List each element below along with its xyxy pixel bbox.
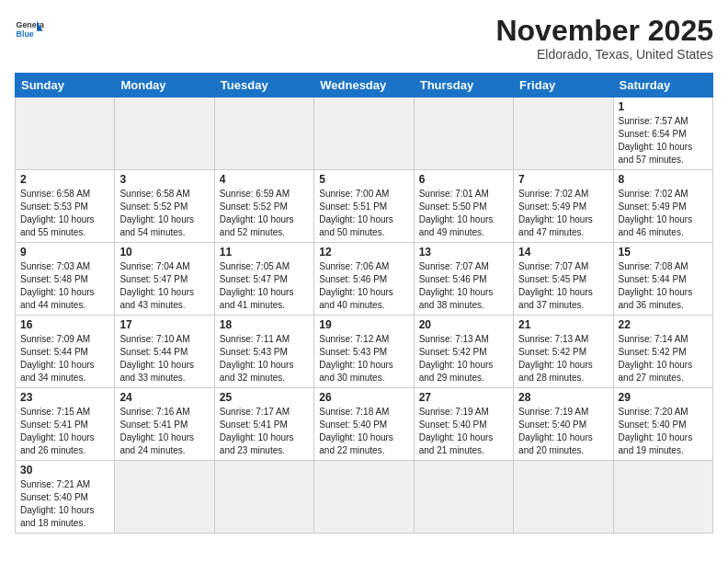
calendar-week-3: 9Sunrise: 7:03 AMSunset: 5:48 PMDaylight… [16,243,713,316]
calendar-cell: 13Sunrise: 7:07 AMSunset: 5:46 PMDayligh… [414,243,513,316]
day-number: 23 [20,391,109,404]
calendar-cell [115,461,214,534]
calendar-cell: 21Sunrise: 7:13 AMSunset: 5:42 PMDayligh… [514,316,613,388]
header: General Blue November 2025 Eldorado, Tex… [15,15,713,62]
col-header-monday: Monday [115,74,214,98]
calendar-cell: 9Sunrise: 7:03 AMSunset: 5:48 PMDaylight… [16,243,115,316]
logo: General Blue [15,15,44,44]
calendar-cell [414,461,513,534]
calendar-cell [514,98,613,170]
calendar-header-row: SundayMondayTuesdayWednesdayThursdayFrid… [16,74,713,98]
day-number: 14 [518,246,608,259]
day-info: Sunrise: 7:17 AMSunset: 5:41 PMDaylight:… [220,406,309,457]
day-info: Sunrise: 7:09 AMSunset: 5:44 PMDaylight:… [20,333,109,385]
calendar: SundayMondayTuesdayWednesdayThursdayFrid… [15,73,713,534]
calendar-week-1: 1Sunrise: 7:57 AMSunset: 6:54 PMDaylight… [16,98,713,170]
calendar-cell: 17Sunrise: 7:10 AMSunset: 5:44 PMDayligh… [115,316,214,388]
calendar-cell: 25Sunrise: 7:17 AMSunset: 5:41 PMDayligh… [214,388,313,461]
day-info: Sunrise: 7:18 AMSunset: 5:40 PMDaylight:… [319,406,408,457]
day-info: Sunrise: 7:13 AMSunset: 5:42 PMDaylight:… [518,333,608,385]
calendar-cell [514,461,613,534]
calendar-cell [414,98,513,170]
day-info: Sunrise: 7:06 AMSunset: 5:46 PMDaylight:… [319,260,408,312]
calendar-cell [314,98,414,170]
day-info: Sunrise: 7:10 AMSunset: 5:44 PMDaylight:… [119,333,209,385]
day-number: 22 [619,318,708,331]
day-info: Sunrise: 7:12 AMSunset: 5:43 PMDaylight:… [319,333,408,385]
day-number: 25 [220,391,309,404]
calendar-cell: 27Sunrise: 7:19 AMSunset: 5:40 PMDayligh… [414,388,513,461]
calendar-cell: 26Sunrise: 7:18 AMSunset: 5:40 PMDayligh… [314,388,414,461]
day-number: 19 [319,318,408,331]
calendar-cell: 12Sunrise: 7:06 AMSunset: 5:46 PMDayligh… [314,243,414,316]
col-header-sunday: Sunday [16,74,115,98]
day-number: 2 [20,173,109,186]
calendar-cell: 16Sunrise: 7:09 AMSunset: 5:44 PMDayligh… [16,316,115,388]
calendar-cell: 7Sunrise: 7:02 AMSunset: 5:49 PMDaylight… [514,170,613,243]
day-info: Sunrise: 7:05 AMSunset: 5:47 PMDaylight:… [220,260,309,312]
calendar-cell: 8Sunrise: 7:02 AMSunset: 5:49 PMDaylight… [613,170,712,243]
calendar-week-4: 16Sunrise: 7:09 AMSunset: 5:44 PMDayligh… [16,316,713,388]
calendar-cell: 22Sunrise: 7:14 AMSunset: 5:42 PMDayligh… [613,316,712,388]
day-info: Sunrise: 7:21 AMSunset: 5:40 PMDaylight:… [20,478,109,530]
day-info: Sunrise: 7:11 AMSunset: 5:43 PMDaylight:… [220,333,309,385]
day-number: 3 [119,173,209,186]
calendar-cell: 24Sunrise: 7:16 AMSunset: 5:41 PMDayligh… [115,388,214,461]
day-number: 21 [518,318,608,331]
day-number: 8 [619,173,708,186]
calendar-cell: 4Sunrise: 6:59 AMSunset: 5:52 PMDaylight… [214,170,313,243]
day-number: 15 [619,246,708,259]
day-info: Sunrise: 7:14 AMSunset: 5:42 PMDaylight:… [619,333,708,385]
calendar-cell: 10Sunrise: 7:04 AMSunset: 5:47 PMDayligh… [115,243,214,316]
day-info: Sunrise: 7:02 AMSunset: 5:49 PMDaylight:… [518,188,608,239]
day-info: Sunrise: 7:00 AMSunset: 5:51 PMDaylight:… [319,188,408,239]
day-info: Sunrise: 7:08 AMSunset: 5:44 PMDaylight:… [619,260,708,312]
day-number: 13 [419,246,508,259]
day-info: Sunrise: 7:19 AMSunset: 5:40 PMDaylight:… [518,406,608,457]
day-info: Sunrise: 6:58 AMSunset: 5:53 PMDaylight:… [20,188,109,239]
day-number: 4 [220,173,309,186]
calendar-cell: 18Sunrise: 7:11 AMSunset: 5:43 PMDayligh… [214,316,313,388]
calendar-week-5: 23Sunrise: 7:15 AMSunset: 5:41 PMDayligh… [16,388,713,461]
day-number: 27 [419,391,508,404]
location: Eldorado, Texas, United States [495,47,713,62]
col-header-thursday: Thursday [414,74,513,98]
svg-text:Blue: Blue [17,29,34,39]
day-info: Sunrise: 7:04 AMSunset: 5:47 PMDaylight:… [119,260,209,312]
day-number: 12 [319,246,408,259]
calendar-cell: 30Sunrise: 7:21 AMSunset: 5:40 PMDayligh… [16,461,115,534]
day-number: 1 [619,100,708,113]
day-info: Sunrise: 7:16 AMSunset: 5:41 PMDaylight:… [119,406,209,457]
day-number: 6 [419,173,508,186]
calendar-cell: 3Sunrise: 6:58 AMSunset: 5:52 PMDaylight… [115,170,214,243]
day-number: 26 [319,391,408,404]
calendar-cell: 6Sunrise: 7:01 AMSunset: 5:50 PMDaylight… [414,170,513,243]
calendar-cell [115,98,214,170]
calendar-week-6: 30Sunrise: 7:21 AMSunset: 5:40 PMDayligh… [16,461,713,534]
calendar-cell: 5Sunrise: 7:00 AMSunset: 5:51 PMDaylight… [314,170,414,243]
calendar-cell [214,461,313,534]
month-title: November 2025 [495,15,713,47]
col-header-wednesday: Wednesday [314,74,414,98]
calendar-cell: 19Sunrise: 7:12 AMSunset: 5:43 PMDayligh… [314,316,414,388]
title-block: November 2025 Eldorado, Texas, United St… [495,15,713,62]
day-info: Sunrise: 7:02 AMSunset: 5:49 PMDaylight:… [619,188,708,239]
day-number: 29 [619,391,708,404]
col-header-saturday: Saturday [613,74,712,98]
day-number: 24 [119,391,209,404]
day-info: Sunrise: 7:15 AMSunset: 5:41 PMDaylight:… [20,406,109,457]
day-number: 16 [20,318,109,331]
day-info: Sunrise: 7:03 AMSunset: 5:48 PMDaylight:… [20,260,109,312]
calendar-cell [613,461,712,534]
calendar-cell [214,98,313,170]
day-number: 11 [220,246,309,259]
day-number: 30 [20,464,109,477]
day-info: Sunrise: 7:20 AMSunset: 5:40 PMDaylight:… [619,406,708,457]
day-info: Sunrise: 7:07 AMSunset: 5:46 PMDaylight:… [419,260,508,312]
day-number: 9 [20,246,109,259]
day-number: 17 [119,318,209,331]
calendar-week-2: 2Sunrise: 6:58 AMSunset: 5:53 PMDaylight… [16,170,713,243]
day-number: 10 [119,246,209,259]
calendar-cell [314,461,414,534]
day-info: Sunrise: 7:07 AMSunset: 5:45 PMDaylight:… [518,260,608,312]
